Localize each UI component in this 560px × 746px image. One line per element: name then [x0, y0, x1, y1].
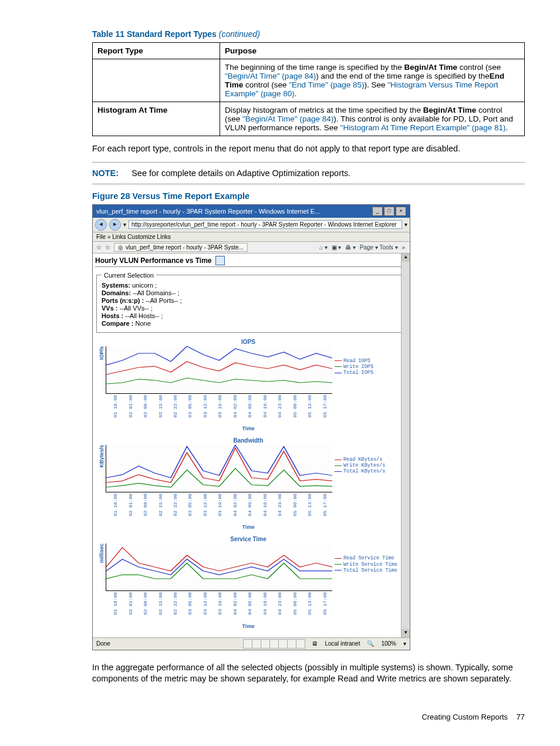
feeds-icon[interactable]: ▣ ▾ — [332, 244, 342, 251]
status-separator — [243, 639, 305, 649]
chart-xlabel: Time — [97, 623, 399, 629]
back-button[interactable]: ◄ — [95, 219, 107, 231]
cell-purpose: The beginning of the time range is speci… — [220, 59, 525, 102]
address-field[interactable]: http://sysreporter/cvlun_perf_time repor… — [129, 220, 402, 229]
browser-content: ▴ ▾ Hourly VLUN Performance vs Time Curr… — [93, 254, 410, 637]
table-header-report-type: Report Type — [93, 43, 220, 59]
note-text: See for complete details on Adaptive Opt… — [131, 168, 350, 178]
chart-bandwidth: BandwidthKBytes/sRead KBytes/sWrite KByt… — [97, 437, 399, 530]
footer-page-number: 77 — [517, 713, 525, 721]
browser-tab[interactable]: ◎ vlun_perf_time report - hourly - 3PAR … — [114, 243, 248, 252]
vertical-scrollbar[interactable]: ▴ ▾ — [401, 254, 410, 637]
chart-iops: IOPSIOP/sRead IOPSWrite IOPSTotal IOPS01… — [97, 339, 399, 431]
cell-report-type: Histogram At Time — [93, 102, 220, 136]
zoom-icon[interactable]: 🔍 — [367, 640, 374, 647]
window-title: vlun_perf_time report - hourly - 3PAR Sy… — [96, 208, 320, 215]
close-button[interactable]: × — [396, 207, 406, 216]
chart-title: Bandwidth — [97, 437, 399, 444]
chart-ylabel: millisec — [97, 544, 106, 563]
scroll-down-button[interactable]: ▾ — [402, 629, 410, 637]
chart-legend: Read Service TimeWrite Service TimeTotal… — [335, 544, 399, 573]
chart-xlabel: Time — [97, 524, 399, 530]
chart-ylabel: KBytes/s — [97, 445, 106, 468]
tab-label: vlun_perf_time report - hourly - 3PAR Sy… — [126, 244, 244, 251]
tab-bar: ☆ ☆ ◎ vlun_perf_time report - hourly - 3… — [93, 242, 410, 254]
chart-legend: Read IOPSWrite IOPSTotal IOPS — [335, 346, 399, 376]
current-selection-legend: Current Selection — [102, 272, 156, 279]
chart-ylabel: IOP/s — [97, 346, 106, 360]
chart-service-time: Service TimemillisecRead Service TimeWri… — [97, 536, 399, 629]
chart-icon[interactable] — [215, 256, 225, 265]
note-label: NOTE: — [92, 168, 129, 178]
table-caption-text: Table 11 Standard Report Types — [92, 29, 217, 39]
link-histogram-at-time-example[interactable]: "Histogram At Time Report Example" (page… — [340, 123, 506, 132]
status-left: Done — [96, 640, 110, 647]
footer-section: Creating Custom Reports — [421, 713, 508, 721]
table-caption-continued: (continued) — [219, 29, 260, 39]
favorites-icon[interactable]: ☆ — [96, 244, 102, 251]
chart-legend: Read KBytes/sWrite KBytes/sTotal KBytes/… — [335, 445, 399, 475]
address-bar: ◄ ► ▾ http://sysreporter/cvlun_perf_time… — [93, 218, 410, 232]
tab-icon: ◎ — [118, 244, 123, 251]
chart-xticks: 01 18:0002 01:0002 08:0002 15:0002 22:00… — [97, 592, 399, 615]
status-zone: Local intranet — [325, 640, 360, 647]
minimize-button[interactable]: _ — [372, 207, 383, 216]
chart-plot-area — [106, 346, 332, 394]
browser-window: vlun_perf_time report - hourly - 3PAR Sy… — [92, 204, 410, 650]
forward-button[interactable]: ► — [109, 219, 121, 231]
chart-xlabel: Time — [97, 426, 399, 431]
table-row: The beginning of the time range is speci… — [93, 59, 525, 102]
paragraph: In the aggregate performance of all the … — [92, 662, 525, 685]
charts-container: IOPSIOP/sRead IOPSWrite IOPSTotal IOPS01… — [95, 339, 407, 629]
print-icon[interactable]: 🖶 ▾ — [345, 244, 356, 251]
zoom-dropdown[interactable]: ▾ — [403, 640, 406, 647]
page-menu[interactable]: Page ▾ Tools ▾ — [360, 244, 398, 251]
table-header-purpose: Purpose — [220, 43, 525, 59]
window-titlebar: vlun_perf_time report - hourly - 3PAR Sy… — [93, 205, 410, 218]
scroll-up-button[interactable]: ▴ — [402, 254, 410, 262]
chart-xticks: 01 18:0002 01:0002 08:0002 15:0002 22:00… — [97, 395, 399, 417]
zone-icon: 🖥 — [312, 640, 318, 647]
chart-title: Service Time — [97, 536, 399, 542]
browser-tools[interactable]: ⌂ ▾ ▣ ▾ 🖶 ▾ Page ▾ Tools ▾ » — [318, 244, 406, 251]
home-icon[interactable]: ⌂ ▾ — [319, 244, 328, 251]
table-row: Histogram At Time Display histogram of m… — [93, 102, 525, 136]
note-block: NOTE: See for complete details on Adapti… — [92, 162, 525, 184]
favorites-icon[interactable]: ☆ — [105, 244, 110, 251]
status-zoom[interactable]: 100% — [381, 640, 396, 647]
link-begin-at-time[interactable]: "Begin/At Time" (page 84) — [225, 72, 316, 80]
report-types-table: Report Type Purpose The beginning of the… — [92, 42, 525, 136]
cell-report-type — [93, 59, 220, 102]
chart-title: IOPS — [97, 339, 399, 345]
chart-plot-area — [106, 445, 332, 492]
report-title: Hourly VLUN Performance vs Time — [95, 256, 407, 267]
paragraph: For each report type, controls in the re… — [92, 143, 525, 155]
page-footer: Creating Custom Reports 77 — [421, 713, 525, 721]
link-end-time[interactable]: "End Time" (page 85) — [289, 80, 364, 89]
chart-xticks: 01 18:0002 01:0002 08:0002 15:0002 22:00… — [97, 494, 399, 516]
figure-caption: Figure 28 Versus Time Report Example — [92, 191, 525, 201]
maximize-button[interactable]: □ — [384, 207, 394, 216]
cell-purpose: Display histogram of metrics at the time… — [220, 102, 525, 136]
chart-plot-area — [106, 544, 332, 591]
status-bar: Done 🖥 Local intranet 🔍 100% ▾ — [93, 637, 410, 650]
menu-bar[interactable]: File » Links Customize Links — [93, 232, 410, 242]
current-selection-fieldset: Current Selection Systems: unicorn ; Dom… — [96, 272, 406, 333]
link-begin-at-time[interactable]: "Begin/At Time" (page 84) — [242, 114, 333, 123]
table-caption: Table 11 Standard Report Types (continue… — [92, 29, 525, 39]
